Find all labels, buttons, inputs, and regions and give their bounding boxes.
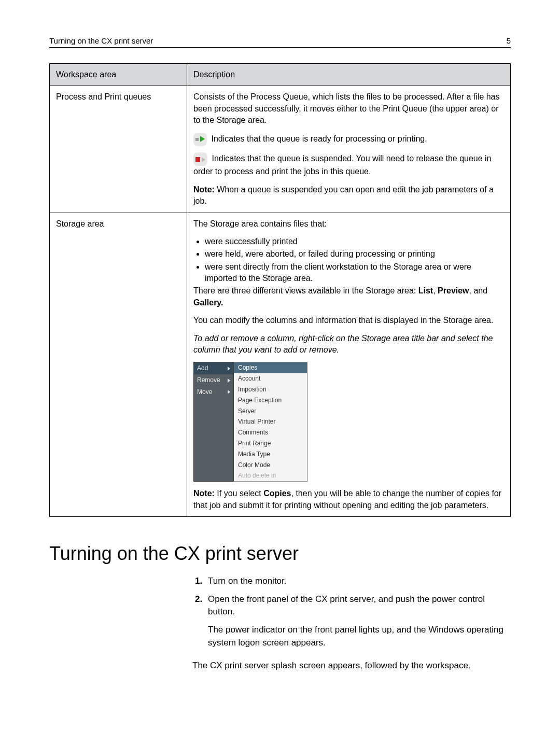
desc-text: Indicates that the queue is ready for pr… xyxy=(209,134,427,143)
chevron-right-icon xyxy=(228,378,230,383)
note-keyword: Copies xyxy=(263,489,291,498)
step-item: Open the front panel of the CX print ser… xyxy=(205,593,511,650)
menu-left-panel: Add Remove Move xyxy=(193,362,234,482)
desc-instruction: To add or remove a column, right-click o… xyxy=(193,333,504,356)
menu-item-move: Move xyxy=(194,386,233,398)
menu-item-remove: Remove xyxy=(194,374,233,386)
col-description: Description xyxy=(187,64,511,86)
section-heading: Turning on the CX print server xyxy=(49,543,511,565)
submenu-item: Copies xyxy=(234,362,307,373)
desc-paragraph: Indicates that the queue is ready for pr… xyxy=(193,133,504,146)
submenu-item: Comments xyxy=(234,427,307,438)
desc-paragraph: You can modify the columns and informati… xyxy=(193,315,504,326)
desc-text: Indicates that the queue is suspended. Y… xyxy=(193,154,492,176)
menu-right-panel: Copies Account Imposition Page Exception… xyxy=(234,362,307,482)
desc-note: Note: If you select Copies, then you wil… xyxy=(193,488,504,511)
submenu-item: Imposition xyxy=(234,384,307,395)
desc-paragraph: The Storage area contains files that: xyxy=(193,218,504,230)
note-text: If you select xyxy=(215,489,263,498)
note-label: Note: xyxy=(193,185,215,194)
desc-paragraph: There are three different views availabl… xyxy=(193,285,504,308)
submenu-item: Media Type xyxy=(234,449,307,460)
queue-ready-icon xyxy=(193,133,207,146)
bullet-list: were successfully printed were held, wer… xyxy=(195,236,504,285)
view-name: Preview xyxy=(438,286,469,295)
submenu-item: Print Range xyxy=(234,438,307,449)
note-label: Note: xyxy=(193,489,215,498)
submenu-item: Virtual Printer xyxy=(234,416,307,427)
note-text: When a queue is suspended you can open a… xyxy=(193,185,494,205)
cell-area: Process and Print queues xyxy=(50,86,187,213)
page-header: Turning on the CX print server 5 xyxy=(49,36,511,48)
cell-desc: The Storage area contains files that: we… xyxy=(187,213,511,516)
submenu-item: Page Exception xyxy=(234,395,307,406)
context-menu-screenshot: Add Remove Move Copies Account Impositio… xyxy=(193,362,307,482)
steps-list: Turn on the monitor. Open the front pane… xyxy=(49,575,511,649)
header-title: Turning on the CX print server xyxy=(49,36,153,45)
workspace-table: Workspace area Description Process and P… xyxy=(49,63,511,517)
submenu-item-disabled: Auto delete in xyxy=(234,470,307,481)
submenu-item: Server xyxy=(234,406,307,417)
list-item: were sent directly from the client works… xyxy=(205,261,504,285)
view-name: Gallery. xyxy=(193,298,223,307)
cell-desc: Consists of the Process Queue, which lis… xyxy=(187,86,511,213)
step-text: Open the front panel of the CX print ser… xyxy=(208,594,485,617)
desc-note: Note: When a queue is suspended you can … xyxy=(193,184,504,207)
list-item: were held, were aborted, or failed durin… xyxy=(205,248,504,260)
table-row: Process and Print queues Consists of the… xyxy=(50,86,511,213)
col-workspace-area: Workspace area xyxy=(50,64,187,86)
cell-area: Storage area xyxy=(50,213,187,516)
final-paragraph: The CX print server splash screen appear… xyxy=(192,659,511,672)
list-item: were successfully printed xyxy=(205,236,504,247)
desc-text: There are three different views availabl… xyxy=(193,286,418,295)
desc-text: , xyxy=(433,286,438,295)
chevron-right-icon xyxy=(228,390,230,394)
desc-text: , and xyxy=(469,286,488,295)
submenu-item: Account xyxy=(234,373,307,384)
chevron-right-icon xyxy=(228,367,230,371)
desc-paragraph: Consists of the Process Queue, which lis… xyxy=(193,91,504,126)
table-row: Storage area The Storage area contains f… xyxy=(50,213,511,516)
desc-paragraph: Indicates that the queue is suspended. Y… xyxy=(193,152,504,178)
header-page-number: 5 xyxy=(507,36,511,45)
view-name: List xyxy=(418,286,433,295)
submenu-item: Color Mode xyxy=(234,460,307,471)
step-item: Turn on the monitor. xyxy=(205,575,511,588)
step-subtext: The power indicator on the front panel l… xyxy=(208,624,511,649)
menu-item-add: Add xyxy=(194,362,233,374)
queue-suspended-icon xyxy=(193,152,207,166)
